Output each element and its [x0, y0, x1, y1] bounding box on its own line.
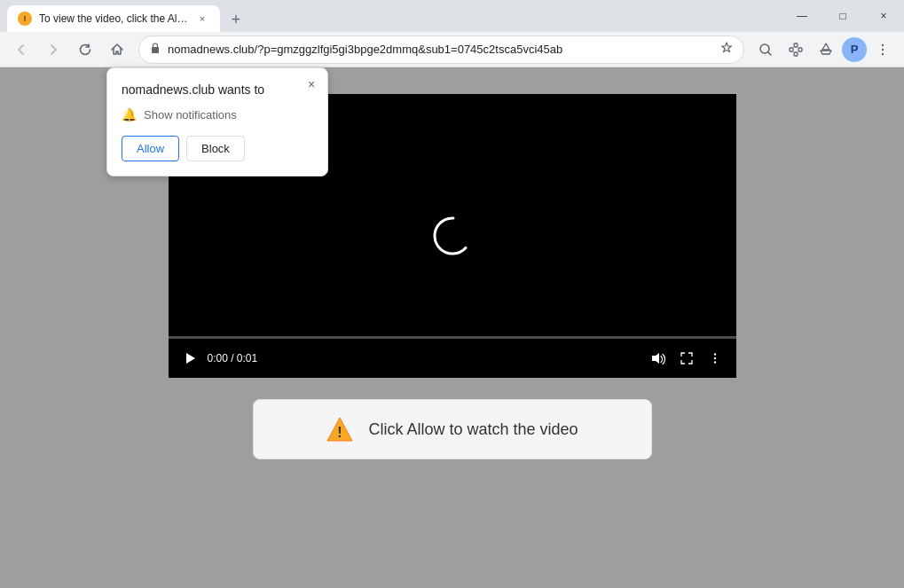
block-button[interactable]: Block: [186, 136, 245, 161]
tab-close-button[interactable]: ×: [195, 12, 209, 26]
toolbar: nomadnews.club/?p=gmzggzlfgi5gi3bpge2dmm…: [0, 32, 904, 67]
close-button[interactable]: ×: [863, 0, 904, 32]
tab-favicon: !: [18, 12, 32, 26]
svg-rect-2: [790, 48, 793, 51]
chrome-window: ! To view the video, click the Allow... …: [0, 0, 904, 588]
tab-title: To view the video, click the Allow...: [39, 12, 188, 25]
svg-point-12: [713, 353, 715, 355]
svg-rect-3: [794, 43, 798, 47]
page-content: × nomadnews.club wants to 🔔 Show notific…: [0, 67, 904, 588]
new-tab-button[interactable]: +: [224, 7, 248, 32]
message-box: ! Click Allow to watch the video: [253, 399, 652, 459]
warning-icon: !: [326, 415, 354, 443]
save-to-drive-button[interactable]: [812, 35, 840, 64]
svg-rect-0: [152, 47, 159, 53]
svg-point-7: [882, 48, 884, 50]
address-bar[interactable]: nomadnews.club/?p=gmzggzlfgi5gi3bpge2dmm…: [138, 35, 744, 64]
more-options-button[interactable]: [704, 348, 726, 369]
video-controls: 0:00 / 0:01: [169, 339, 736, 378]
loading-spinner: [430, 214, 475, 258]
svg-point-8: [882, 52, 884, 54]
svg-rect-5: [794, 52, 798, 56]
svg-marker-10: [186, 353, 195, 364]
mute-button[interactable]: [648, 348, 669, 369]
svg-marker-11: [652, 353, 659, 364]
message-text: Click Allow to watch the video: [368, 420, 578, 439]
title-bar: ! To view the video, click the Allow... …: [0, 0, 904, 32]
popup-permission: 🔔 Show notifications: [122, 107, 313, 122]
minimize-button[interactable]: —: [782, 0, 822, 32]
allow-button[interactable]: Allow: [122, 136, 179, 161]
svg-rect-4: [798, 48, 802, 51]
bell-icon: 🔔: [122, 107, 137, 122]
bookmark-icon[interactable]: [720, 42, 733, 58]
window-controls: — □ ×: [782, 0, 904, 32]
fullscreen-button[interactable]: [676, 348, 697, 369]
forward-button[interactable]: [39, 35, 67, 64]
back-button[interactable]: [7, 35, 35, 64]
home-button[interactable]: [103, 35, 131, 64]
extensions-button[interactable]: [782, 35, 810, 64]
popup-title: nomadnews.club wants to: [122, 82, 313, 97]
lock-icon: [150, 42, 161, 57]
svg-point-6: [882, 43, 884, 45]
profile-button[interactable]: P: [842, 37, 867, 62]
toolbar-right: P: [751, 35, 897, 64]
tab-bar: ! To view the video, click the Allow... …: [0, 0, 782, 32]
popup-close-button[interactable]: ×: [303, 75, 320, 93]
refresh-button[interactable]: [71, 35, 99, 64]
svg-point-14: [713, 361, 715, 363]
svg-point-9: [430, 214, 475, 258]
svg-text:!: !: [338, 425, 342, 440]
popup-buttons: Allow Block: [122, 136, 313, 161]
search-labs-button[interactable]: [751, 35, 780, 64]
notification-popup: × nomadnews.club wants to 🔔 Show notific…: [106, 67, 328, 176]
url-text: nomadnews.club/?p=gmzggzlfgi5gi3bpge2dmm…: [168, 43, 713, 56]
active-tab[interactable]: ! To view the video, click the Allow... …: [7, 5, 220, 32]
maximize-button[interactable]: □: [822, 0, 863, 32]
play-pause-button[interactable]: [179, 348, 200, 369]
menu-button[interactable]: [869, 35, 897, 64]
permission-label: Show notifications: [144, 108, 237, 122]
video-time: 0:00 / 0:01: [208, 352, 258, 365]
svg-point-13: [713, 357, 715, 359]
